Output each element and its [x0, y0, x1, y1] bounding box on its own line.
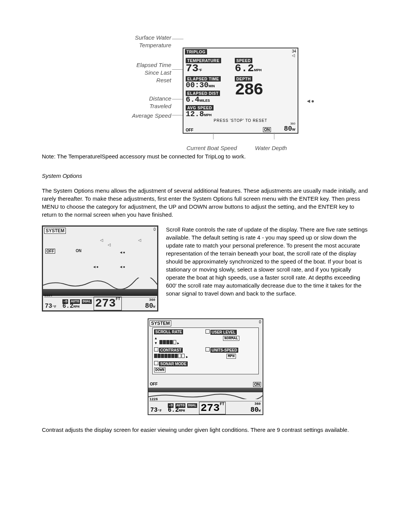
opt-scroll-rate-label: SCROLL RATE — [154, 329, 183, 334]
opt-user-level-value: NORMAL — [223, 336, 239, 341]
opt-header: SYSTEM — [150, 320, 171, 326]
fish-icon: ◁ — [108, 243, 111, 247]
label-current-speed: Current Boat Speed — [186, 145, 237, 151]
opt-sonar-mode-label: SONAR MODE — [159, 361, 188, 366]
label-since-last: Since Last — [145, 69, 171, 76]
triplog-figure: Surface Water Temperature Elapsed Time S… — [72, 34, 339, 145]
opt-units-speed-value: MPH — [226, 354, 236, 359]
lcd-on: ON — [263, 127, 271, 132]
lcd-side-number: 34◁ — [292, 49, 296, 58]
opt-contrast-label: CONTRAST — [159, 348, 183, 353]
system-options-title: System Options — [42, 172, 369, 180]
opt-user-level-label: USER LEVEL — [210, 330, 237, 335]
bottom-bar — [43, 289, 157, 296]
scroll-rate-para: Scroll Rate controls the rate of update … — [166, 225, 369, 297]
triplog-lcd: TRIPLOG 34◁ TEMPERATURE 73°F SPEED 6.2MP… — [183, 48, 298, 134]
fish-icon: ◁ — [138, 238, 141, 242]
lcd-speed-value: 6.2 — [235, 63, 254, 74]
label-reset: Reset — [156, 77, 171, 83]
system-options-para: The System Options menu allows the adjus… — [42, 187, 369, 219]
opt-footer: 1226 73°F -O AUTO DUAL 6.2MPH 273FT 360 … — [150, 401, 261, 414]
lcd-avg-value: 12.8 — [186, 110, 204, 118]
opt-sonar-mode-value: DOWN — [154, 367, 166, 372]
note-text: Note: The TemperaturelSpeed accessory mu… — [42, 152, 369, 160]
opt-on: ON — [253, 382, 261, 387]
system-options-figure: SYSTEM 0 SCROLL RATE USER LEVEL ▲▼ ▸ NOR… — [148, 318, 263, 415]
lcd-reset-hint: PRESS 'STOP' TO RESET — [183, 118, 298, 123]
opt-units-speed-label: UNITS-SPEED — [210, 348, 238, 353]
sys-header: SYSTEM — [44, 228, 66, 234]
sys-zero: 0 — [153, 227, 156, 232]
sys-footer: 1226 73°F -O AUTO DUAL 6.2MPH 273FT 360 … — [44, 297, 156, 310]
lcd-off: OFF — [186, 128, 193, 132]
terrain-line — [43, 278, 157, 289]
fish-icon: ◄● — [119, 250, 125, 254]
label-traveled: Traveled — [150, 103, 171, 109]
fish-icon: ◁ — [100, 238, 103, 242]
scroll-rate-slider: ▸ — [159, 340, 180, 345]
system-sonar-figure: SYSTEM 0 ◁ ◁ ◁ ◄● ◄● ◄● OFF ON 1226 73°F… — [42, 225, 158, 312]
bottom-bar — [148, 388, 263, 392]
opt-off: OFF — [150, 382, 158, 387]
label-water-depth: Water Depth — [255, 145, 287, 151]
label-temperature: Temperature — [139, 42, 172, 48]
lcd-depth-value: 286 — [235, 81, 263, 98]
label-elapsed-time: Elapsed Time — [136, 62, 171, 68]
lcd-elapsed-value: 00:30 — [186, 81, 209, 89]
fish-icon: ◄● — [306, 98, 314, 104]
lcd-temp-value: 73 — [186, 63, 199, 74]
lcd-dist-value: 6.4 — [186, 96, 199, 104]
sys-off: OFF — [45, 249, 55, 254]
label-distance: Distance — [149, 95, 171, 102]
fish-icon: ◄● — [119, 265, 125, 269]
opt-zero: 0 — [259, 320, 261, 324]
contrast-slider: ▸ — [154, 354, 188, 359]
sys-on: ON — [76, 249, 81, 253]
fish-icon: ◄● — [92, 265, 99, 269]
label-avg-speed: Average Speed — [132, 112, 171, 119]
lcd-title: TRIPLOG — [185, 49, 207, 54]
options-panel: SCROLL RATE USER LEVEL ▲▼ ▸ NORMAL CONTR… — [152, 328, 259, 374]
label-surface-water: Surface Water — [135, 34, 171, 41]
contrast-para: Contrast adjusts the display screen for … — [42, 426, 369, 434]
lcd-freq: 360 80W — [284, 122, 295, 132]
terrain-line — [148, 392, 263, 399]
